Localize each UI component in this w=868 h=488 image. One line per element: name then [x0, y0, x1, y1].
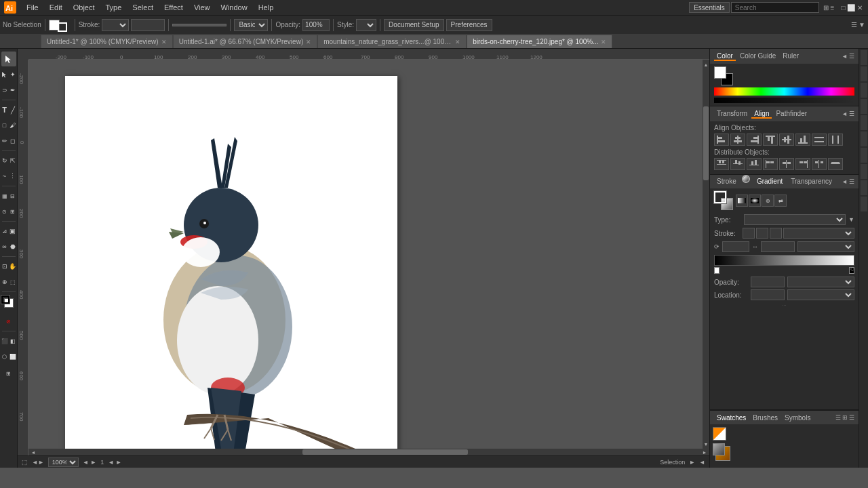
bar-graph-tool[interactable]: ⊟ [9, 188, 16, 203]
far-right-btn-9[interactable] [861, 180, 867, 195]
gradient-stroke-swatch[interactable] [714, 191, 726, 203]
fill-stroke-swatches[interactable] [1, 296, 16, 310]
draw-mode[interactable]: ⊞ [1, 366, 16, 381]
opacity-input[interactable] [302, 19, 330, 31]
swatch-gradient[interactable] [713, 427, 726, 441]
perspective-grid-tool[interactable]: ⊞ [9, 204, 16, 219]
location-input[interactable] [751, 289, 785, 300]
rotate-tool[interactable]: ↻ [1, 153, 8, 168]
menu-view[interactable]: View [189, 2, 215, 13]
scroll-down[interactable]: ▼ [703, 439, 709, 449]
menu-help[interactable]: Help [254, 2, 279, 13]
align-panel-expand[interactable]: ◄ [842, 110, 848, 117]
far-right-btn-2[interactable] [861, 66, 867, 81]
align-middle-v[interactable] [779, 134, 794, 146]
dist-top[interactable] [714, 158, 729, 170]
add-stop-icon[interactable]: ◇ [850, 266, 854, 272]
pathfinder-tab[interactable]: Pathfinder [773, 110, 810, 119]
style-dropdown[interactable] [356, 19, 376, 31]
menu-select[interactable]: Select [127, 2, 158, 13]
far-right-btn-8[interactable] [861, 164, 867, 179]
align-right[interactable] [747, 134, 762, 146]
search-input[interactable] [731, 2, 819, 13]
type-tool[interactable]: T [1, 102, 8, 117]
menu-file[interactable]: File [22, 2, 43, 13]
far-right-btn-5[interactable] [861, 115, 867, 130]
gradient-type-select[interactable] [744, 214, 846, 225]
active-stroke-swatch[interactable] [713, 443, 725, 455]
pattern-mode[interactable]: ⬡ [1, 349, 8, 364]
radial-gradient-btn[interactable] [749, 195, 761, 207]
far-right-btn-10[interactable] [861, 197, 867, 211]
menu-effect[interactable]: Effect [159, 2, 188, 13]
change-screen[interactable]: ⬜ [9, 349, 16, 364]
gradient-tool[interactable]: ▣ [9, 224, 16, 239]
swatches-grid-view[interactable]: ⊞ [842, 414, 848, 421]
tab-2[interactable]: mountains_nature_grass_rivers...@ 100% (… [317, 35, 467, 48]
sg-menu[interactable]: ☰ [849, 178, 854, 185]
align-top[interactable] [763, 134, 778, 146]
transform-tab[interactable]: Transform [714, 110, 750, 119]
dist-center-h[interactable] [779, 158, 794, 170]
preferences-button[interactable]: Preferences [446, 19, 492, 31]
scroll-right[interactable]: ► [700, 449, 709, 455]
rectangle-tool[interactable]: □ [1, 118, 8, 133]
stroke-value[interactable] [131, 19, 165, 31]
color-guide-tab[interactable]: Color Guide [737, 52, 778, 61]
blend-tool[interactable]: ∞ [1, 239, 8, 254]
none-color[interactable]: ⊘ [5, 314, 12, 329]
scale-tool[interactable]: ⇱ [9, 153, 16, 168]
direct-selection-tool[interactable] [1, 67, 8, 82]
warp-tool[interactable]: ~ [1, 169, 8, 184]
scroll-up[interactable]: ▲ [703, 60, 709, 69]
document-setup-button[interactable]: Document Setup [384, 19, 444, 31]
transparency-tab[interactable]: Transparency [788, 175, 835, 188]
symbol-sprayer-tool[interactable]: ⊙ [1, 204, 8, 219]
gradient-mode[interactable]: ◧ [9, 333, 16, 348]
hand-tool[interactable]: ✋ [9, 259, 16, 274]
far-right-btn-4[interactable] [861, 99, 867, 114]
pen-tool[interactable]: ✒ [9, 83, 16, 98]
scrollbar-vertical[interactable] [703, 69, 709, 439]
play-button[interactable]: ► [689, 459, 695, 466]
slice-tool[interactable]: ⊡ [1, 259, 8, 274]
far-right-btn-7[interactable] [861, 148, 867, 163]
active-swatch-large[interactable] [713, 443, 734, 465]
gradient-tab[interactable]: Gradient [754, 175, 785, 188]
stroke-tab[interactable]: Stroke [714, 175, 739, 188]
zoom-select[interactable]: 100% [48, 458, 79, 467]
scrollbar-horizontal[interactable] [38, 449, 700, 455]
align-tab[interactable]: Align [751, 110, 772, 119]
stroke-type-1[interactable] [743, 228, 755, 239]
gradient-stop-left[interactable] [714, 267, 719, 274]
symbols-tab[interactable]: Symbols [782, 414, 813, 422]
align-center-h[interactable] [730, 134, 745, 146]
far-right-btn-3[interactable] [861, 83, 867, 98]
stroke-swatch[interactable] [58, 22, 67, 32]
artboard-tool[interactable]: ⬚ [9, 274, 16, 289]
panel-menu-icon[interactable]: ☰ [849, 53, 854, 60]
pencil-tool[interactable]: ✏ [1, 134, 8, 148]
color-mode[interactable]: ⬛ [1, 333, 8, 348]
length-input[interactable] [761, 241, 795, 252]
zoom-tool[interactable]: ⊕ [1, 274, 8, 289]
tab-3[interactable]: birds-on-cherry-tree_120.jpeg* @ 100%...… [467, 35, 612, 48]
tab-close-2[interactable]: ✕ [455, 39, 460, 45]
menu-object[interactable]: Object [68, 2, 100, 13]
stroke-color[interactable] [1, 296, 9, 304]
stroke-type-2[interactable] [756, 228, 768, 239]
dist-bottom[interactable] [747, 158, 762, 170]
tab-1[interactable]: Untitled-1.ai* @ 66.67% (CMYK/Preview) ✕ [173, 35, 318, 48]
color-tab[interactable]: Color [714, 52, 736, 61]
swatches-menu[interactable]: ☰ [849, 414, 854, 421]
eyedropper-tool[interactable]: ⊿ [1, 224, 8, 239]
tab-close-0[interactable]: ✕ [161, 39, 167, 45]
scroll-thumb-h[interactable] [302, 449, 468, 455]
live-paint-tool[interactable]: ⬣ [9, 239, 16, 254]
align-extra[interactable] [812, 134, 827, 146]
freeform-gradient-btn[interactable]: ⊚ [762, 195, 774, 207]
spectrum-bar[interactable] [714, 87, 854, 96]
menu-type[interactable]: Type [101, 2, 127, 13]
brightness-bar[interactable] [714, 98, 854, 103]
linear-gradient-btn[interactable] [736, 195, 748, 207]
